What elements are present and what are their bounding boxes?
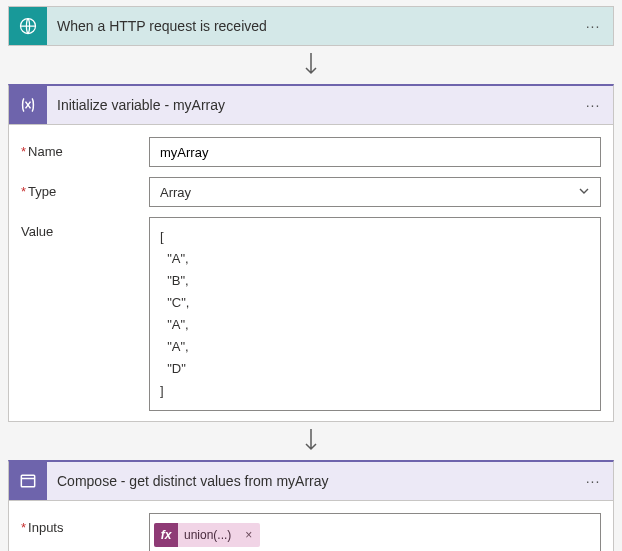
- fx-icon: fx: [154, 523, 178, 547]
- compose-header[interactable]: Compose - get distinct values from myArr…: [9, 462, 613, 501]
- compose-card: Compose - get distinct values from myArr…: [8, 460, 614, 551]
- value-label: Value: [21, 217, 149, 411]
- trigger-header[interactable]: When a HTTP request is received ···: [9, 7, 613, 45]
- type-select-value: Array: [160, 185, 191, 200]
- flow-arrow: [8, 428, 614, 454]
- chevron-down-icon: [578, 185, 590, 200]
- name-label: Name: [21, 137, 149, 167]
- compose-title: Compose - get distinct values from myArr…: [47, 473, 581, 489]
- trigger-menu-button[interactable]: ···: [581, 18, 605, 34]
- expression-token[interactable]: fx union(...) ×: [154, 523, 260, 547]
- svg-rect-1: [21, 475, 34, 487]
- compose-menu-button[interactable]: ···: [581, 473, 605, 489]
- compose-body: Inputs fx union(...) ×: [9, 501, 613, 551]
- trigger-card[interactable]: When a HTTP request is received ···: [8, 6, 614, 46]
- trigger-title: When a HTTP request is received: [47, 18, 581, 34]
- variable-menu-button[interactable]: ···: [581, 97, 605, 113]
- expression-token-remove[interactable]: ×: [237, 528, 260, 542]
- http-request-icon: [9, 7, 47, 45]
- inputs-field[interactable]: fx union(...) ×: [149, 513, 601, 551]
- compose-icon: [9, 462, 47, 500]
- variable-title: Initialize variable - myArray: [47, 97, 581, 113]
- expression-token-text: union(...): [178, 528, 237, 542]
- type-label: Type: [21, 177, 149, 207]
- inputs-label: Inputs: [21, 513, 149, 551]
- value-input[interactable]: [ "A", "B", "C", "A", "A", "D" ]: [149, 217, 601, 411]
- initialize-variable-card: Initialize variable - myArray ··· Name T…: [8, 84, 614, 422]
- variable-body: Name Type Array Value: [9, 125, 613, 421]
- flow-arrow: [8, 52, 614, 78]
- variable-header[interactable]: Initialize variable - myArray ···: [9, 86, 613, 125]
- name-input[interactable]: [149, 137, 601, 167]
- type-select[interactable]: Array: [149, 177, 601, 207]
- variable-icon: [9, 86, 47, 124]
